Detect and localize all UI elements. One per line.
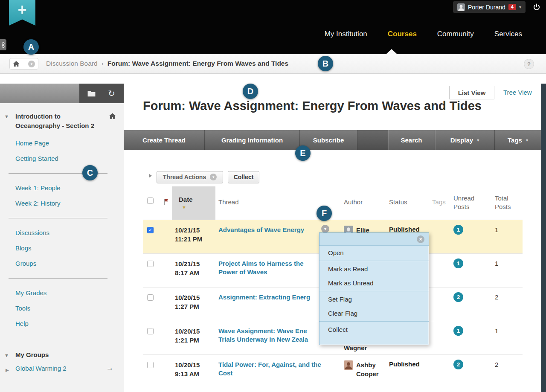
unread-posts-badge[interactable]: 1 <box>453 326 463 336</box>
tab-my-institution[interactable]: My Institution <box>325 30 367 38</box>
column-header-date[interactable]: Date ▼ <box>172 186 215 220</box>
menu-item-open[interactable]: Open <box>319 246 429 260</box>
list-view-tab[interactable]: List View <box>449 86 494 99</box>
course-menu-toolbar: ↻ <box>0 84 124 103</box>
subscribe-button[interactable]: Subscribe <box>300 130 357 150</box>
menu-item-mark-as-unread[interactable]: Mark as Unread <box>319 276 429 290</box>
thread-author: Ashby Cooper <box>341 355 386 388</box>
sidebar-item-week2-history[interactable]: Week 2: History <box>0 196 124 211</box>
breadcrumb-bar: ▾ Discussion Board › Forum: Wave Assignm… <box>0 54 546 74</box>
thread-actions-button[interactable]: Thread Actions ▾ <box>157 171 223 183</box>
sidebar-item-my-grades[interactable]: My Grades <box>0 285 124 301</box>
row-checkbox[interactable]: ✓ <box>147 227 154 233</box>
row-checkbox[interactable] <box>147 294 154 301</box>
permalink-tab[interactable] <box>0 39 6 50</box>
unread-posts-badge[interactable]: 1 <box>453 258 463 268</box>
active-tab-pointer <box>386 49 397 54</box>
table-row: 10/20/15 9:13 AM Tidal Power: For, Again… <box>143 354 523 388</box>
collect-button[interactable]: Collect <box>228 171 259 183</box>
tags-menu-button[interactable]: Tags ▾ <box>495 130 541 150</box>
row-checkbox[interactable] <box>147 328 154 334</box>
column-header-status[interactable]: Status <box>386 186 416 220</box>
search-button[interactable]: Search <box>388 130 435 150</box>
annotation-f: F <box>317 206 332 221</box>
total-posts-count: 1 <box>495 226 498 233</box>
sidebar-item-week1-people[interactable]: Week 1: People <box>0 180 124 196</box>
refresh-button[interactable]: ↻ <box>104 87 119 100</box>
sidebar-item-help[interactable]: Help <box>0 316 124 331</box>
logout-button[interactable] <box>531 2 543 13</box>
author-avatar <box>344 360 353 370</box>
sidebar-item-home-page[interactable]: Home Page <box>0 136 124 151</box>
open-group-arrow-icon[interactable]: → <box>106 364 113 372</box>
tab-services[interactable]: Services <box>494 30 522 38</box>
breadcrumb-home[interactable]: ▾ <box>9 58 38 70</box>
select-all-checkbox[interactable] <box>147 197 154 204</box>
collapse-course-menu-icon[interactable]: ▼ <box>4 114 9 119</box>
course-menu-sidebar: ↻ ▼ Introduction to Oceanography - Secti… <box>0 84 124 392</box>
breadcrumb-separator: › <box>102 60 104 67</box>
user-name: Porter Durand <box>468 4 505 11</box>
breadcrumb-parent-link[interactable]: Discussion Board <box>46 60 98 67</box>
unread-posts-badge[interactable]: 2 <box>453 360 463 369</box>
sort-descending-icon: ▼ <box>182 205 215 210</box>
my-groups-header[interactable]: ▼ My Groups <box>0 331 124 361</box>
thread-date: 10/21/15 8:17 AM <box>172 254 215 287</box>
add-bookmark-button[interactable]: + <box>9 0 35 26</box>
flag-icon <box>163 198 169 205</box>
thread-status: Published <box>389 360 420 368</box>
user-menu[interactable]: Porter Durand 4 ▾ <box>453 1 526 13</box>
row-checkbox[interactable] <box>147 261 154 267</box>
thread-status: Published <box>389 226 420 233</box>
unread-posts-badge[interactable]: 2 <box>453 292 463 302</box>
plus-icon: + <box>17 0 26 26</box>
sidebar-divider <box>9 218 107 218</box>
sidebar-item-blogs[interactable]: Blogs <box>0 241 124 256</box>
grading-information-button[interactable]: Grading Information <box>205 130 300 150</box>
folder-icon <box>87 90 96 97</box>
close-menu-button[interactable]: × <box>417 235 424 243</box>
expand-group-icon: ▶ <box>6 366 9 374</box>
chevron-down-icon: ▾ <box>324 226 326 231</box>
annotation-d: D <box>243 84 258 99</box>
chevron-down-icon: ▾ <box>210 174 217 180</box>
column-header-author[interactable]: Author <box>341 186 386 220</box>
help-button[interactable]: ? <box>524 59 534 69</box>
total-posts-count: 2 <box>495 361 498 368</box>
tab-courses[interactable]: Courses <box>388 30 417 38</box>
chevron-down-icon: ▾ <box>477 138 479 142</box>
menu-divider <box>319 321 429 322</box>
check-icon: ✓ <box>148 227 152 233</box>
tree-view-tab[interactable]: Tree View <box>503 89 532 96</box>
menu-item-mark-as-read[interactable]: Mark as Read <box>319 262 429 276</box>
create-thread-button[interactable]: Create Thread <box>124 130 205 150</box>
menu-item-collect[interactable]: Collect <box>319 322 429 337</box>
thread-date: 10/20/15 9:13 AM <box>172 355 215 388</box>
sidebar-item-getting-started[interactable]: Getting Started <box>0 151 124 166</box>
breadcrumb-current: Forum: Wave Assignment: Energy From Wave… <box>107 60 288 67</box>
thread-context-menu: × Open Mark as Read Mark as Unread Set F… <box>319 232 429 345</box>
sidebar-item-discussions[interactable]: Discussions <box>0 225 124 241</box>
unread-posts-badge[interactable]: 1 <box>453 225 463 235</box>
column-header-tags: Tags <box>416 186 449 220</box>
course-home-button[interactable] <box>109 113 116 121</box>
menu-item-set-flag[interactable]: Set Flag <box>319 292 429 306</box>
sidebar-item-tools[interactable]: Tools <box>0 301 124 316</box>
folder-view-button[interactable] <box>84 87 99 100</box>
annotation-b: B <box>318 56 333 71</box>
breadcrumb-expand-button[interactable]: ▾ <box>28 61 35 67</box>
page-title: Forum: Wave Assignment: Energy From Wave… <box>143 99 482 113</box>
sidebar-divider <box>9 278 107 279</box>
user-avatar <box>457 3 465 11</box>
total-posts-count: 2 <box>495 293 498 301</box>
sidebar-item-global-warming-2[interactable]: ▶ Global Warming 2 → <box>0 361 124 376</box>
menu-item-clear-flag[interactable]: Clear Flag <box>319 306 429 320</box>
tab-community[interactable]: Community <box>437 30 474 38</box>
thread-options-chevron-button[interactable]: ▾ <box>321 225 329 233</box>
display-menu-button[interactable]: Display ▾ <box>435 130 495 150</box>
sidebar-item-groups[interactable]: Groups <box>0 256 124 271</box>
action-bar-spacer <box>357 130 388 150</box>
thread-link[interactable]: Tidal Power: For, Against, and the Cost <box>215 360 341 377</box>
row-checkbox[interactable] <box>147 362 154 368</box>
breadcrumb: Discussion Board › Forum: Wave Assignmen… <box>46 60 288 67</box>
